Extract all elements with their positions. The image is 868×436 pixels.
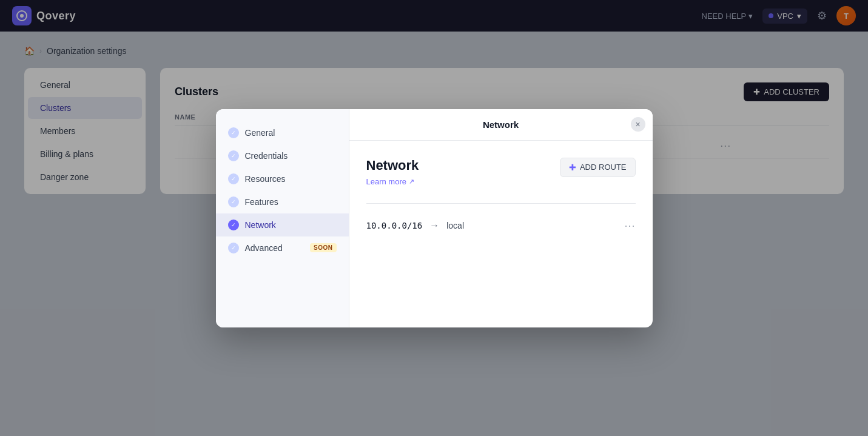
network-header-row: Network Learn more ↗ ✚ ADD ROUTE [366,158,636,196]
modal-nav-features[interactable]: ✓ Features [216,190,349,213]
learn-more-link[interactable]: Learn more ↗ [366,177,419,186]
route-divider [366,203,636,204]
soon-badge: SOON [310,243,336,252]
network-section-title: Network [366,158,419,173]
route-row: 10.0.0.0/16 → local ··· [366,213,636,238]
modal-check-general: ✓ [228,127,239,138]
modal: Network × ✓ General ✓ Credentials [216,109,653,327]
route-destination: local [446,221,464,230]
add-route-button[interactable]: ✚ ADD ROUTE [560,158,636,177]
modal-nav-advanced[interactable]: ✓ Advanced SOON [216,236,349,260]
modal-sidebar: ✓ General ✓ Credentials ✓ Resources [216,109,349,327]
modal-nav-general[interactable]: ✓ General [216,121,349,144]
modal-check-advanced: ✓ [228,243,239,253]
modal-nav-resources[interactable]: ✓ Resources [216,167,349,190]
modal-titlebar: Network × [349,109,653,141]
route-arrow-icon: → [429,220,439,231]
modal-check-features: ✓ [228,196,239,207]
modal-title: Network [483,119,519,130]
route-actions-button[interactable]: ··· [624,220,635,232]
modal-check-resources: ✓ [228,173,239,184]
modal-nav-credentials[interactable]: ✓ Credentials [216,144,349,167]
modal-content: Network Learn more ↗ ✚ ADD ROUTE 10.0.0.… [349,141,653,327]
modal-check-network: ✓ [228,220,239,230]
route-cidr: 10.0.0.0/16 [366,221,423,230]
modal-nav-network[interactable]: ✓ Network [216,213,349,236]
modal-check-credentials: ✓ [228,150,239,161]
modal-close-button[interactable]: × [631,117,645,132]
modal-overlay: Network × ✓ General ✓ Credentials [0,0,868,436]
